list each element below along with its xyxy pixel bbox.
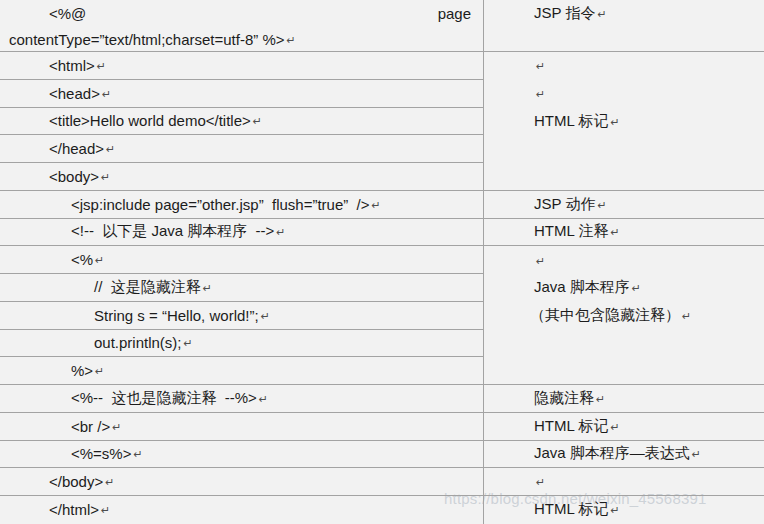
jsp-code-table: <%@ page contentType=”text/html;charset=… — [0, 0, 764, 524]
code-text: </body> — [49, 473, 103, 490]
code-text: </html> — [49, 501, 99, 518]
code-text: <jsp:include page=”other.jsp” flush=”tru… — [71, 196, 370, 213]
code-line-html-close: </html>↵ — [0, 496, 483, 524]
code-text: <!-- 以下是 Java 脚本程序 --> — [71, 222, 274, 241]
annotation-java-expression: Java 脚本程序—表达式 ↵ — [483, 441, 764, 469]
code-line-head-close: </head>↵ — [0, 135, 483, 163]
paragraph-mark-icon: ↵ — [610, 226, 619, 239]
paragraph-mark-icon: ↵ — [372, 199, 381, 212]
paragraph-mark-icon: ↵ — [101, 171, 110, 184]
paragraph-mark-icon: ↵ — [536, 476, 545, 489]
code-line-string-decl: String s = “Hello, world!”;↵ — [0, 302, 483, 330]
paragraph-mark-icon: ↵ — [597, 8, 606, 21]
code-text: out.println(s); — [94, 334, 182, 351]
code-line-title: <title>Hello world demo</title>↵ — [0, 108, 483, 136]
annotation-jsp-action: JSP 动作 ↵ — [483, 191, 764, 219]
paragraph-mark-icon: ↵ — [95, 254, 104, 267]
paragraph-mark-icon: ↵ — [276, 226, 285, 239]
annotation-jsp-directive: JSP 指令 ↵ — [483, 0, 764, 52]
code-line-head-open: <head>↵ — [0, 80, 483, 108]
code-text: <head> — [49, 85, 100, 102]
code-line-jsp-include: <jsp:include page=”other.jsp” flush=”tru… — [0, 191, 483, 219]
paragraph-mark-icon: ↵ — [596, 393, 605, 406]
paragraph-mark-icon: ↵ — [610, 421, 619, 434]
code-text: String s = “Hello, world!”; — [94, 307, 259, 324]
code-text: <title>Hello world demo</title> — [49, 112, 251, 129]
code-text: <%-- 这也是隐藏注释 --%> — [71, 389, 257, 408]
code-text: </head> — [49, 140, 104, 157]
annotation-text: 隐藏注释 — [534, 389, 594, 408]
paragraph-mark-icon: ↵ — [105, 476, 114, 489]
code-line-scriptlet-close: %>↵ — [0, 357, 483, 385]
paragraph-mark-icon: ↵ — [287, 34, 296, 47]
paragraph-mark-icon: ↵ — [261, 310, 270, 323]
paragraph-mark-icon: ↵ — [184, 337, 193, 350]
paragraph-mark-icon: ↵ — [536, 60, 545, 73]
annotation-text: JSP 指令 — [534, 4, 595, 23]
code-text: contentType=”text/html;charset=utf-8” %> — [9, 31, 285, 48]
code-line-html-comment: <!-- 以下是 Java 脚本程序 -->↵ — [0, 219, 483, 247]
code-text: page — [438, 5, 471, 22]
code-text: <body> — [49, 168, 99, 185]
annotation-html-comment: HTML 注释 ↵ — [483, 219, 764, 247]
code-line-java-comment: // 这是隐藏注释↵ — [0, 274, 483, 302]
paragraph-mark-icon: ↵ — [106, 143, 115, 156]
paragraph-mark-icon: ↵ — [102, 88, 111, 101]
paragraph-mark-icon: ↵ — [101, 504, 110, 517]
code-line-scriptlet-open: <%↵ — [0, 246, 483, 274]
paragraph-mark-icon: ↵ — [259, 393, 268, 406]
paragraph-mark-icon: ↵ — [536, 255, 545, 268]
code-text: // 这是隐藏注释 — [94, 278, 201, 297]
code-line-jsp-hidden-comment: <%-- 这也是隐藏注释 --%>↵ — [0, 385, 483, 413]
paragraph-mark-icon: ↵ — [133, 448, 142, 461]
code-line-html-open: <html>↵ — [0, 52, 483, 80]
annotation-text: （其中包含隐藏注释） — [530, 306, 680, 325]
paragraph-mark-icon: ↵ — [682, 310, 691, 323]
annotation-html-tag-br: HTML 标记 ↵ — [483, 413, 764, 441]
code-text: <% — [71, 251, 93, 268]
code-text: <%=s%> — [71, 445, 131, 462]
paragraph-mark-icon: ↵ — [610, 504, 619, 517]
annotation-java-scriptlet: ↵ Java 脚本程序 ↵ （其中包含隐藏注释） ↵ — [483, 246, 764, 385]
code-line-page-directive: <%@ page contentType=”text/html;charset=… — [0, 0, 483, 52]
paragraph-mark-icon: ↵ — [597, 199, 606, 212]
paragraph-mark-icon: ↵ — [253, 115, 262, 128]
code-line-body-open: <body>↵ — [0, 163, 483, 191]
annotation-text: HTML 标记 — [534, 417, 608, 436]
paragraph-mark-icon: ↵ — [95, 365, 104, 378]
code-text: <html> — [49, 57, 95, 74]
paragraph-mark-icon: ↵ — [97, 60, 106, 73]
paragraph-mark-icon: ↵ — [610, 116, 619, 129]
paragraph-mark-icon: ↵ — [203, 282, 212, 295]
code-text: <%@ — [49, 5, 86, 22]
annotation-text: Java 脚本程序—表达式 — [534, 444, 690, 463]
annotation-blank: ↵ — [483, 468, 764, 496]
annotation-text: HTML 注释 — [534, 222, 608, 241]
code-text: <br /> — [71, 418, 110, 435]
annotation-html-tag-top: ↵ ↵ HTML 标记 ↵ — [483, 52, 764, 191]
paragraph-mark-icon: ↵ — [632, 282, 641, 295]
code-text: %> — [71, 362, 93, 379]
annotation-text: HTML 标记 — [534, 500, 608, 519]
jsp-syntax-table-page: https://blog.csdn.net/weixin_45568391 <%… — [0, 0, 764, 524]
annotation-text: Java 脚本程序 — [534, 278, 630, 297]
code-line-br: <br />↵ — [0, 413, 483, 441]
paragraph-mark-icon: ↵ — [536, 88, 545, 101]
annotation-text: HTML 标记 — [534, 112, 608, 131]
code-line-expression: <%=s%>↵ — [0, 441, 483, 469]
code-line-body-close: </body>↵ — [0, 468, 483, 496]
code-line-out-println: out.println(s);↵ — [0, 330, 483, 358]
paragraph-mark-icon: ↵ — [112, 421, 121, 434]
paragraph-mark-icon: ↵ — [692, 448, 701, 461]
annotation-text: JSP 动作 — [534, 195, 595, 214]
annotation-hidden-comment: 隐藏注释 ↵ — [483, 385, 764, 413]
annotation-html-tag-bottom: HTML 标记 ↵ — [483, 496, 764, 524]
